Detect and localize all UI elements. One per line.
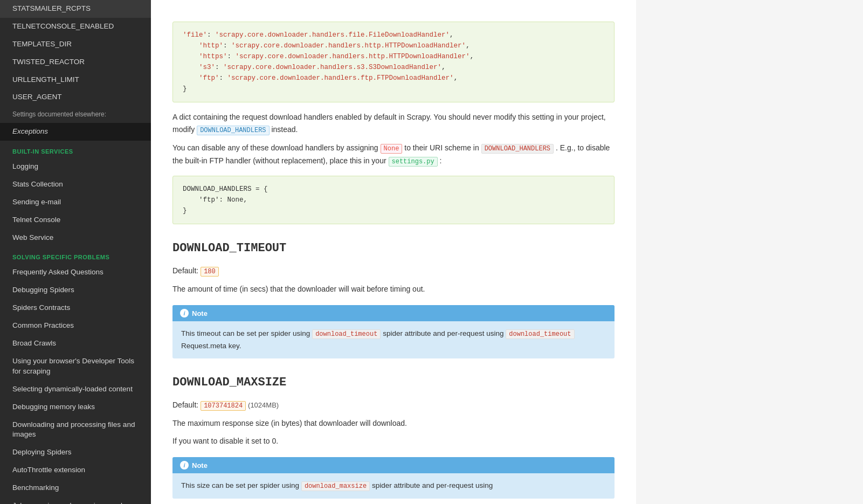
sidebar-item-web-service[interactable]: Web Service xyxy=(0,229,151,247)
default-val-maxsize: 1073741824 xyxy=(201,401,246,411)
sidebar-item-jobs[interactable]: Jobs: pausing and resuming crawls xyxy=(0,497,151,504)
note-box-body-timeout: This timeout can be set per spider using… xyxy=(172,321,615,358)
note2-code1: download_maxsize xyxy=(301,481,370,491)
sidebar-item-broad-crawls[interactable]: Broad Crawls xyxy=(0,335,151,353)
sidebar-item-useragent[interactable]: USER_AGENT xyxy=(0,88,151,106)
sidebar-item-sending-email[interactable]: Sending e-mail xyxy=(0,194,151,211)
default-val-timeout: 180 xyxy=(201,267,219,277)
sidebar-item-deploying[interactable]: Deploying Spiders xyxy=(0,444,151,461)
sidebar-item-faq[interactable]: Frequently Asked Questions xyxy=(0,264,151,281)
main-content: 'file': 'scrapy.core.downloader.handlers… xyxy=(151,0,863,504)
sidebar-item-statsmailer[interactable]: STATSMAILER_RCPTS xyxy=(0,0,151,18)
info-icon-maxsize: i xyxy=(180,461,189,470)
sidebar-item-twisted[interactable]: TWISTED_REACTOR xyxy=(0,53,151,71)
timeout-default-line: Default: 180 xyxy=(172,265,615,278)
sidebar-item-telnet-console[interactable]: Telnet Console xyxy=(0,211,151,229)
note2-body-end: spider attribute and per-request using xyxy=(372,481,493,489)
default-val-maxsize-paren: (1024MB) xyxy=(248,401,279,409)
code-block-download-handlers-ftp: DOWNLOAD_HANDLERS = { 'ftp': None, } xyxy=(172,176,615,224)
code-settings-py: settings.py xyxy=(389,157,438,167)
code-none: None xyxy=(381,144,403,154)
description-p2: You can disable any of these download ha… xyxy=(172,142,615,168)
sidebar-item-settings-elsewhere: Settings documented elsewhere: xyxy=(0,106,151,123)
sidebar-item-telnet[interactable]: TELNETCONSOLE_ENABLED xyxy=(0,18,151,36)
maxsize-desc2: If you want to disable it set to 0. xyxy=(172,435,615,447)
note1-body-start: This timeout can be set per spider using xyxy=(181,329,310,337)
desc1b-text: instead. xyxy=(271,125,298,134)
sidebar-item-templates-dir[interactable]: TEMPLATES_DIR xyxy=(0,36,151,53)
timeout-description: The amount of time (in secs) that the do… xyxy=(172,283,615,295)
section-download-timeout: DOWNLOAD_TIMEOUT xyxy=(172,241,615,258)
desc2-mid: to their URI scheme in xyxy=(404,143,479,152)
sidebar-item-browser-devtools[interactable]: Using your browser's Developer Tools for… xyxy=(0,353,151,381)
sidebar-item-stats-collection[interactable]: Stats Collection xyxy=(0,176,151,194)
default-label-maxsize: Default: xyxy=(172,401,198,409)
code-block-download-handlers-default: 'file': 'scrapy.core.downloader.handlers… xyxy=(172,22,615,102)
content-area: 'file': 'scrapy.core.downloader.handlers… xyxy=(151,0,636,504)
sidebar-item-logging[interactable]: Logging xyxy=(0,158,151,176)
code-download-handlers-inline: DOWNLOAD_HANDLERS xyxy=(197,126,269,135)
sidebar-section-built-in: BUILT-IN SERVICES xyxy=(0,141,151,158)
note-box-body-maxsize: This size can be set per spider using do… xyxy=(172,473,615,499)
note1-code2: download_timeout xyxy=(506,329,574,339)
default-label-timeout: Default: xyxy=(172,266,198,275)
note-box-maxsize: i Note This size can be set per spider u… xyxy=(172,457,615,499)
sidebar-item-debugging-spiders[interactable]: Debugging Spiders xyxy=(0,281,151,299)
maxsize-default-line: Default: 1073741824 (1024MB) xyxy=(172,399,615,412)
sidebar-item-memory-leaks[interactable]: Debugging memory leaks xyxy=(0,398,151,416)
sidebar: STATSMAILER_RCPTS TELNETCONSOLE_ENABLED … xyxy=(0,0,151,504)
desc2-end2: : xyxy=(440,156,442,165)
description-p1: A dict containing the request download h… xyxy=(172,111,615,136)
info-icon-timeout: i xyxy=(180,309,189,317)
note1-body-end: Request.meta key. xyxy=(181,342,241,350)
note2-body-start: This size can be set per spider using xyxy=(181,481,299,489)
sidebar-item-benchmarking[interactable]: Benchmarking xyxy=(0,479,151,497)
note-box-timeout: i Note This timeout can be set per spide… xyxy=(172,305,615,358)
note1-code1: download_timeout xyxy=(312,329,381,339)
note1-body-mid: spider attribute and per-request using xyxy=(383,329,503,337)
sidebar-item-downloading-files[interactable]: Downloading and processing files and ima… xyxy=(0,416,151,444)
section-download-maxsize: DOWNLOAD_MAXSIZE xyxy=(172,376,615,392)
note-label-maxsize: Note xyxy=(192,461,208,470)
sidebar-item-spiders-contracts[interactable]: Spiders Contracts xyxy=(0,299,151,317)
sidebar-item-common-practices[interactable]: Common Practices xyxy=(0,317,151,335)
sidebar-item-autothrottle[interactable]: AutoThrottle extension xyxy=(0,461,151,479)
sidebar-item-dynamically-loaded[interactable]: Selecting dynamically-loaded content xyxy=(0,381,151,398)
sidebar-item-urllength[interactable]: URLLENGTH_LIMIT xyxy=(0,71,151,89)
desc2-start: You can disable any of these download ha… xyxy=(172,143,378,152)
sidebar-item-exceptions[interactable]: Exceptions xyxy=(0,123,151,141)
code-download-handlers-2: DOWNLOAD_HANDLERS xyxy=(481,144,554,154)
note-box-header-timeout: i Note xyxy=(172,305,615,321)
note-label-timeout: Note xyxy=(192,309,208,317)
maxsize-desc1: The maximum response size (in bytes) tha… xyxy=(172,417,615,430)
sidebar-section-solving: SOLVING SPECIFIC PROBLEMS xyxy=(0,246,151,264)
note-box-header-maxsize: i Note xyxy=(172,457,615,473)
